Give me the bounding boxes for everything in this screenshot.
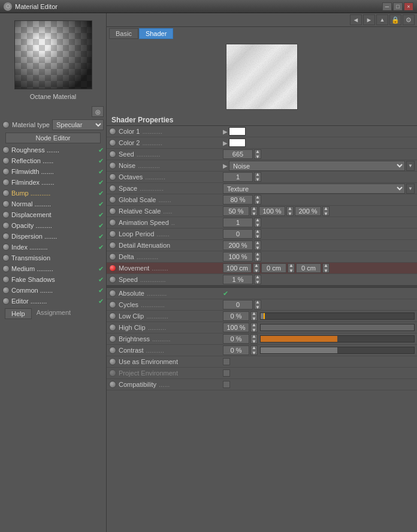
- node-editor-button[interactable]: Node Editor: [5, 133, 101, 143]
- nav-right-button[interactable]: ►: [363, 14, 375, 25]
- absolute-left: Absolute ...........: [109, 290, 223, 297]
- sidebar-prop-check[interactable]: ✔: [98, 179, 104, 187]
- rel-scale-x-spinner[interactable]: ▲▼: [250, 206, 258, 216]
- sidebar-prop-check[interactable]: ✔: [98, 190, 104, 197]
- color2-swatch[interactable]: [229, 139, 246, 147]
- rel-scale-z-spinner[interactable]: ▲▼: [322, 206, 330, 216]
- sidebar-prop-check[interactable]: ✔: [98, 233, 104, 241]
- octaves-spinner[interactable]: ▲▼: [254, 172, 261, 182]
- seed-input[interactable]: [223, 149, 253, 159]
- high-clip-input[interactable]: [223, 323, 249, 332]
- noise-dropdown[interactable]: Noise Turbulence: [229, 161, 405, 171]
- brightness-spinner[interactable]: ▲▼: [250, 334, 258, 344]
- close-button[interactable]: ×: [404, 2, 413, 11]
- space-dropdown[interactable]: Texture World Object: [223, 184, 405, 194]
- detail-att-input[interactable]: [223, 241, 253, 250]
- high-clip-slider[interactable]: [260, 324, 415, 331]
- assignment-link[interactable]: Assignment: [34, 308, 73, 319]
- delta-input[interactable]: [223, 252, 253, 262]
- sidebar-prop-check[interactable]: ✔: [98, 265, 104, 273]
- brightness-input[interactable]: [223, 334, 249, 344]
- speed-input[interactable]: [223, 275, 253, 284]
- global-scale-spinner[interactable]: ▲▼: [254, 195, 261, 205]
- low-clip-label: Low Clip: [119, 312, 144, 320]
- low-clip-spinner[interactable]: ▲▼: [250, 311, 258, 321]
- movement-x-spinner[interactable]: ▲▼: [253, 263, 260, 273]
- sidebar-prop-label: Opacity .........: [11, 222, 96, 229]
- sidebar-prop-icon: [2, 168, 10, 175]
- movement-z-input[interactable]: [296, 263, 321, 273]
- rel-scale-x-input[interactable]: [223, 206, 249, 216]
- relative-scale-icon: [109, 208, 116, 215]
- tab-shader[interactable]: Shader: [139, 28, 173, 39]
- cycles-spinner[interactable]: ▲▼: [254, 300, 261, 309]
- contrast-icon: [109, 347, 116, 354]
- delta-label: Delta: [119, 253, 134, 260]
- movement-z-spinner[interactable]: ▲▼: [322, 263, 330, 273]
- movement-y-input[interactable]: [261, 263, 286, 273]
- app-icon: ⬡: [4, 2, 12, 11]
- contrast-input[interactable]: [223, 345, 249, 355]
- noise-arrow[interactable]: ▶: [223, 163, 228, 169]
- help-button[interactable]: Help: [5, 308, 32, 319]
- loop-period-input[interactable]: [223, 229, 253, 239]
- use-env-checkbox[interactable]: [223, 358, 230, 365]
- tab-basic[interactable]: Basic: [109, 28, 138, 39]
- global-scale-right: ▲▼: [223, 195, 415, 205]
- contrast-spinner[interactable]: ▲▼: [250, 345, 258, 355]
- octaves-input[interactable]: [223, 172, 253, 182]
- color1-arrow[interactable]: ▶: [223, 128, 228, 135]
- sidebar-prop-check[interactable]: ✔: [98, 287, 104, 294]
- sidebar-prop-check[interactable]: ✔: [98, 146, 104, 154]
- lock-button[interactable]: 🔒: [389, 14, 401, 25]
- cycles-input[interactable]: [223, 300, 253, 309]
- movement-y-spinner[interactable]: ▲▼: [288, 263, 295, 273]
- material-type-select[interactable]: Specular Diffuse Glossy: [52, 119, 104, 130]
- brightness-slider[interactable]: [260, 335, 415, 342]
- sidebar-prop-label: Index ..........: [11, 244, 96, 251]
- rel-scale-z-input[interactable]: [295, 206, 321, 216]
- nav-up-button[interactable]: ▲: [376, 14, 388, 25]
- low-clip-slider[interactable]: [260, 312, 415, 320]
- sidebar-prop-check[interactable]: ✔: [98, 168, 104, 176]
- movement-triple: ▲▼ ▲▼ ▲▼: [223, 263, 330, 273]
- seed-spinner[interactable]: ▲▼: [254, 149, 261, 159]
- contrast-slider[interactable]: [260, 347, 415, 354]
- relative-scale-triple: ▲▼ ▲▼ ▲▼: [223, 206, 330, 216]
- anim-speed-spinner[interactable]: ▲▼: [254, 218, 261, 227]
- detail-att-spinner[interactable]: ▲▼: [254, 241, 261, 250]
- color2-right: ▶: [223, 139, 415, 147]
- color1-dots: ...........: [142, 128, 223, 135]
- global-scale-input[interactable]: [223, 195, 253, 205]
- movement-x-input[interactable]: [223, 263, 252, 273]
- rel-scale-y-spinner[interactable]: ▲▼: [286, 206, 294, 216]
- contrast-dots: ..........: [146, 347, 223, 354]
- loop-period-spinner[interactable]: ▲▼: [254, 229, 261, 239]
- color2-arrow[interactable]: ▶: [223, 140, 228, 146]
- high-clip-spinner[interactable]: ▲▼: [250, 323, 258, 332]
- minimize-button[interactable]: ─: [382, 2, 392, 11]
- nav-left-button[interactable]: ◄: [350, 14, 362, 25]
- color1-swatch[interactable]: [229, 127, 246, 136]
- loop-period-left: Loop Period .......: [109, 230, 223, 238]
- sidebar-prop-check[interactable]: ✔: [98, 244, 104, 251]
- maximize-button[interactable]: □: [393, 2, 403, 11]
- space-extra-btn[interactable]: ▼: [406, 184, 415, 194]
- anim-speed-input[interactable]: [223, 218, 253, 227]
- rel-scale-y-input[interactable]: [259, 206, 285, 216]
- delta-spinner[interactable]: ▲▼: [254, 252, 261, 262]
- sidebar-prop-check[interactable]: ✔: [98, 297, 104, 305]
- speed-spinner[interactable]: ▲▼: [254, 275, 261, 284]
- proj-env-checkbox[interactable]: [223, 369, 230, 377]
- compat-checkbox[interactable]: [223, 381, 230, 388]
- sidebar-tool-btn[interactable]: ◎: [92, 106, 104, 117]
- delta-row: Delta ............ ▲▼: [107, 251, 417, 263]
- sidebar-prop-check[interactable]: ✔: [98, 157, 104, 165]
- sidebar-prop-check[interactable]: ✔: [98, 276, 104, 284]
- sidebar-prop-check[interactable]: ✔: [98, 200, 104, 208]
- noise-extra-btn[interactable]: ▼: [406, 161, 415, 171]
- sidebar-prop-check[interactable]: ✔: [98, 222, 104, 230]
- settings-button[interactable]: ⚙: [403, 14, 415, 25]
- low-clip-input[interactable]: [223, 311, 249, 321]
- sidebar-prop-check[interactable]: ✔: [98, 211, 104, 219]
